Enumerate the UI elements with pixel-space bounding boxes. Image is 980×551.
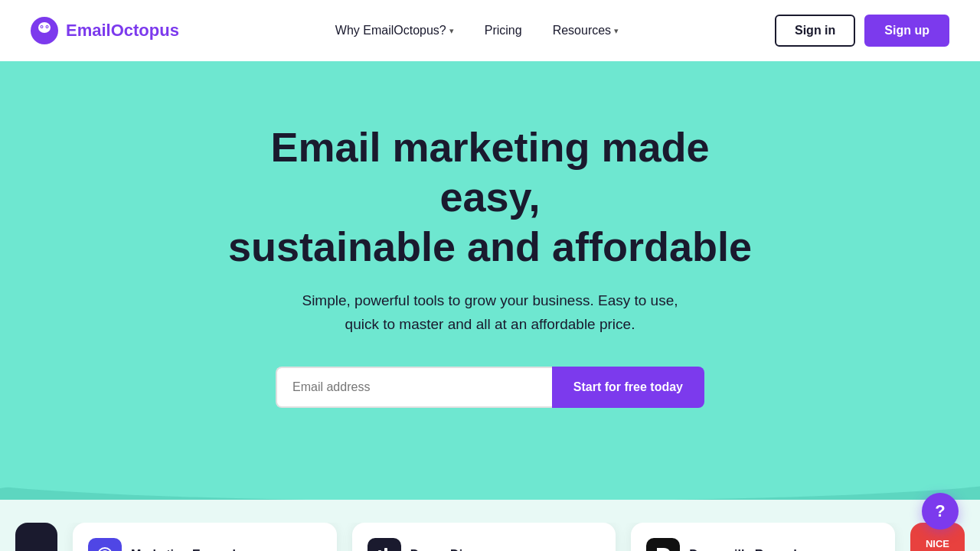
signup-button[interactable]: Sign up	[864, 15, 949, 47]
nice-badge: NICE	[920, 535, 956, 551]
card-icon-1	[88, 538, 122, 551]
card-icon-2	[368, 538, 401, 551]
svg-point-5	[47, 26, 48, 28]
svg-point-4	[41, 26, 43, 28]
card-dense-discovery: Dense Discovery You're not a perfectioni…	[352, 523, 616, 551]
email-input[interactable]	[276, 367, 552, 408]
nav-pricing[interactable]: Pricing	[472, 18, 534, 44]
card-header-1: Marketing Examples	[88, 538, 322, 551]
wave-decoration	[0, 446, 980, 500]
hero-section: Email marketing made easy, sustainable a…	[0, 61, 980, 500]
chevron-down-icon: ▾	[449, 26, 454, 36]
svg-point-1	[38, 22, 51, 33]
card-icon-3	[646, 538, 680, 551]
logo[interactable]: EmailOctopus	[31, 17, 179, 44]
card-dreamville: Dreamville Records Dreamville NEWS ARTIS…	[631, 523, 895, 551]
chevron-down-icon-resources: ▾	[614, 26, 619, 36]
target-icon	[96, 546, 114, 551]
signin-button[interactable]: Sign in	[775, 15, 855, 47]
dreamville-d-icon	[652, 544, 674, 551]
card-marketing-examples: Marketing Examples #049 - My guide to co…	[73, 523, 337, 551]
cta-button[interactable]: Start for free today	[552, 367, 704, 408]
bars-icon	[374, 544, 395, 551]
hero-form: Start for free today	[276, 367, 704, 408]
card-title-1: Marketing Examples	[131, 548, 250, 551]
logo-icon	[31, 17, 58, 44]
card-header-2: Dense Discovery	[368, 538, 601, 551]
card-title-2: Dense Discovery	[410, 548, 509, 551]
cards-container: Marketing Examples #049 - My guide to co…	[0, 523, 980, 551]
navbar: EmailOctopus Why EmailOctopus? ▾ Pricing…	[0, 0, 980, 61]
card-header-3: Dreamville Records	[646, 538, 880, 551]
hero-subtext: Simple, powerful tools to grow your busi…	[283, 289, 697, 336]
card-title-3: Dreamville Records	[689, 548, 803, 551]
nav-resources[interactable]: Resources ▾	[541, 18, 631, 44]
nav-links: Why EmailOctopus? ▾ Pricing Resources ▾	[323, 18, 631, 44]
nav-actions: Sign in Sign up	[775, 15, 949, 47]
hero-headline: Email marketing made easy, sustainable a…	[222, 122, 758, 271]
cards-section: Marketing Examples #049 - My guide to co…	[0, 500, 980, 551]
help-button[interactable]: ?	[922, 493, 959, 530]
card-edge-left	[15, 523, 57, 551]
nav-why[interactable]: Why EmailOctopus? ▾	[323, 18, 466, 44]
logo-text: EmailOctopus	[66, 21, 179, 41]
svg-rect-12	[384, 548, 387, 551]
